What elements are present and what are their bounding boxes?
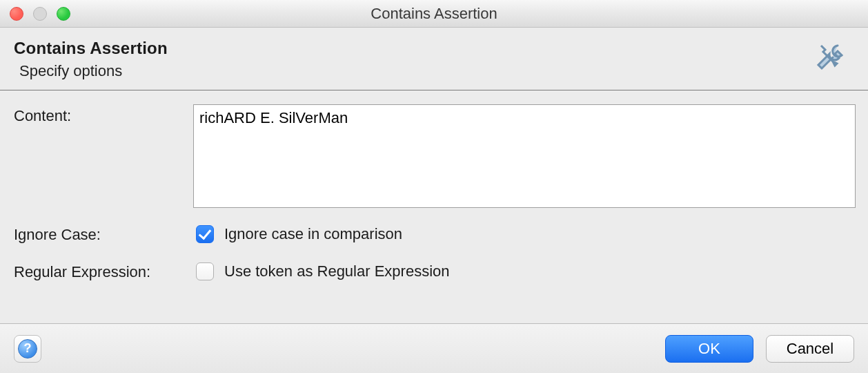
titlebar: Contains Assertion bbox=[0, 0, 868, 28]
ok-button[interactable]: OK bbox=[665, 335, 753, 363]
content-input[interactable] bbox=[193, 104, 856, 208]
close-window-button[interactable] bbox=[10, 7, 23, 21]
dialog-window: Contains Assertion Contains Assertion Sp… bbox=[0, 0, 868, 373]
regex-checkbox-label: Use token as Regular Expression bbox=[224, 262, 450, 280]
dialog-title: Contains Assertion bbox=[14, 39, 811, 58]
cancel-button[interactable]: Cancel bbox=[766, 335, 854, 363]
dialog-footer: ? OK Cancel bbox=[0, 323, 868, 373]
regex-row: Use token as Regular Expression bbox=[193, 260, 856, 283]
minimize-window-button bbox=[33, 7, 47, 21]
help-button[interactable]: ? bbox=[14, 335, 41, 363]
regex-label: Regular Expression: bbox=[14, 260, 193, 281]
dialog-subtitle: Specify options bbox=[19, 62, 811, 80]
content-label: Content: bbox=[14, 104, 193, 125]
ignore-case-checkbox-label: Ignore case in comparison bbox=[224, 225, 402, 243]
ignore-case-checkbox[interactable] bbox=[196, 225, 214, 243]
window-controls bbox=[10, 7, 70, 21]
window-title: Contains Assertion bbox=[371, 5, 497, 23]
settings-tools-icon bbox=[811, 40, 849, 77]
dialog-header: Contains Assertion Specify options bbox=[0, 28, 868, 90]
ignore-case-row: Ignore case in comparison bbox=[193, 223, 856, 245]
zoom-window-button[interactable] bbox=[57, 7, 70, 21]
regex-checkbox[interactable] bbox=[196, 262, 214, 280]
form-area: Content: Ignore Case: Ignore case in com… bbox=[0, 90, 868, 323]
dialog-header-text: Contains Assertion Specify options bbox=[14, 39, 811, 80]
ignore-case-label: Ignore Case: bbox=[14, 223, 193, 244]
help-icon: ? bbox=[18, 339, 37, 358]
